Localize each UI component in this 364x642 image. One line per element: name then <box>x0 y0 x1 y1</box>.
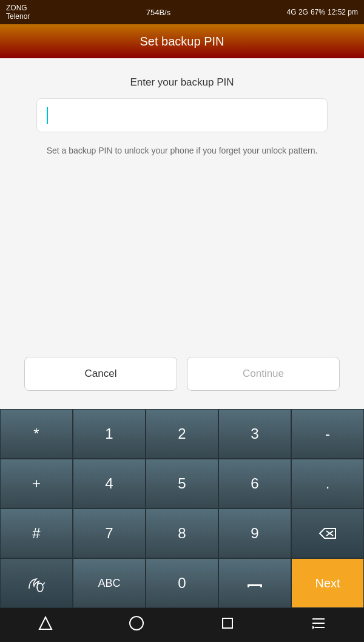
pin-input-field[interactable] <box>36 98 328 132</box>
keyboard-row-2: + 4 5 6 . <box>0 459 364 509</box>
key-4[interactable]: 4 <box>73 459 146 509</box>
pin-label: Enter your backup PIN <box>130 76 234 89</box>
continue-button[interactable]: Continue <box>187 357 340 391</box>
key-0[interactable]: 0 <box>146 558 218 608</box>
key-5[interactable]: 5 <box>146 459 218 509</box>
status-bar: ZONG Telenor 754B/s 4G 2G 67% 12:52 pm <box>0 0 364 24</box>
keyboard-row-1: * 1 2 3 - <box>0 409 364 459</box>
text-cursor <box>47 107 48 124</box>
keyboard-row-4: ABC 0 Next <box>0 558 364 608</box>
key-plus[interactable]: + <box>0 459 73 509</box>
page-title: Set backup PIN <box>140 35 224 49</box>
key-1[interactable]: 1 <box>73 409 146 459</box>
navigation-bar <box>0 608 364 642</box>
key-hash[interactable]: # <box>0 509 73 558</box>
key-dot[interactable]: . <box>291 459 364 509</box>
back-nav-icon[interactable] <box>37 615 54 635</box>
carrier-info: ZONG Telenor <box>6 4 30 21</box>
svg-line-4 <box>42 583 45 585</box>
key-3[interactable]: 3 <box>218 409 291 459</box>
home-nav-icon[interactable] <box>128 615 145 635</box>
recent-apps-nav-icon[interactable] <box>219 615 236 635</box>
time-label: 12:52 pm <box>328 8 358 16</box>
battery-label: 67% <box>311 8 325 16</box>
main-content: Enter your backup PIN Set a backup PIN t… <box>0 58 364 409</box>
menu-nav-icon[interactable] <box>310 617 327 634</box>
key-9[interactable]: 9 <box>218 509 291 558</box>
svg-marker-8 <box>39 617 52 629</box>
carrier2-label: Telenor <box>6 12 30 21</box>
svg-rect-5 <box>248 584 262 586</box>
carrier1-label: ZONG <box>6 4 30 12</box>
svg-point-3 <box>37 583 43 592</box>
keyboard: * 1 2 3 - + 4 5 6 . # 7 8 9 <box>0 409 364 608</box>
svg-marker-14 <box>312 626 315 629</box>
key-minus[interactable]: - <box>291 409 364 459</box>
title-bar: Set backup PIN <box>0 24 364 58</box>
action-buttons: Cancel Continue <box>12 357 352 391</box>
key-7[interactable]: 7 <box>73 509 146 558</box>
network-type-label: 4G 2G <box>287 8 308 16</box>
key-2[interactable]: 2 <box>146 409 218 459</box>
svg-point-9 <box>130 617 143 630</box>
key-asterisk[interactable]: * <box>0 409 73 459</box>
key-special[interactable] <box>0 558 73 608</box>
svg-rect-10 <box>223 618 232 628</box>
pin-hint-text: Set a backup PIN to unlock your phone if… <box>47 144 318 157</box>
key-6[interactable]: 6 <box>218 459 291 509</box>
key-space[interactable] <box>218 558 291 608</box>
key-8[interactable]: 8 <box>146 509 218 558</box>
system-icons: 4G 2G 67% 12:52 pm <box>287 8 358 16</box>
next-button[interactable]: Next <box>291 558 364 608</box>
cancel-button[interactable]: Cancel <box>24 357 177 391</box>
backspace-key[interactable] <box>291 509 364 558</box>
network-speed: 754B/s <box>146 8 170 17</box>
svg-rect-7 <box>260 584 262 587</box>
key-abc[interactable]: ABC <box>73 558 146 608</box>
keyboard-row-3: # 7 8 9 <box>0 509 364 558</box>
svg-marker-0 <box>320 529 335 538</box>
svg-rect-6 <box>248 584 249 587</box>
